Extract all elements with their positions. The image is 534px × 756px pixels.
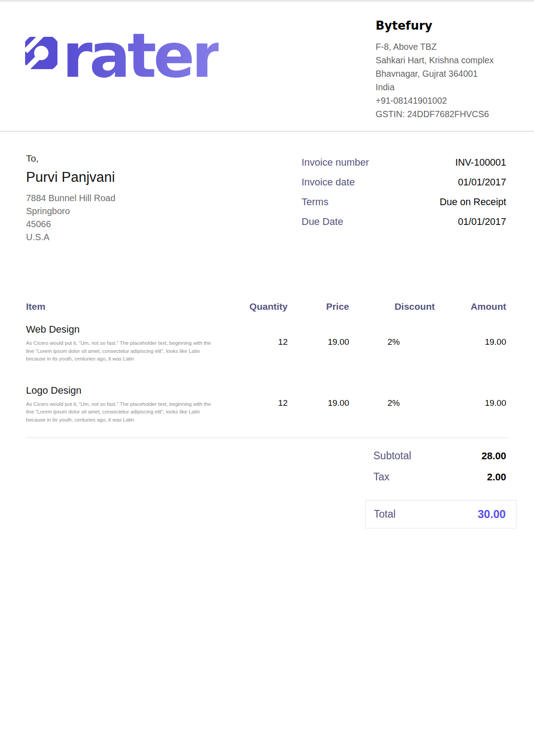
column-header-amount: Amount — [435, 301, 506, 324]
meta-row-invoice-number: Invoice number INV-100001 — [302, 157, 506, 168]
invoice-date-value: 01/01/2017 — [458, 177, 506, 188]
crater-logo-text: rater — [62, 25, 219, 86]
company-info: Bytefury F-8, Above TBZ Sahkari Hart, Kr… — [376, 19, 510, 121]
tax-label: Tax — [373, 471, 390, 483]
item-discount: 2% — [349, 385, 435, 433]
totals-section: Subtotal 28.00 Tax 2.00 Total 30.00 — [0, 450, 534, 528]
item-quantity: 12 — [219, 385, 288, 433]
terms-label: Terms — [302, 196, 328, 208]
item-discount: 2% — [349, 324, 435, 385]
customer-address-line: Springboro — [26, 205, 206, 218]
subtotal-label: Subtotal — [373, 450, 411, 462]
item-name: Logo Design — [26, 385, 219, 396]
invoice-date-label: Invoice date — [302, 176, 355, 188]
total-value: 30.00 — [477, 508, 506, 521]
due-date-value: 01/01/2017 — [458, 216, 506, 228]
meta-row-due-date: Due Date 01/01/2017 — [302, 216, 506, 228]
company-address-line: Bhavnagar, Gujrat 364001 — [376, 67, 510, 80]
company-phone: +91-08141901002 — [376, 94, 510, 107]
company-gstin: GSTIN: 24DDF7682FHVCS6 — [376, 107, 510, 121]
items-table: Item Quantity Price Discount Amount Web … — [26, 301, 508, 433]
tax-row: Tax 2.00 — [365, 471, 516, 483]
total-box: Total 30.00 — [365, 500, 516, 528]
crater-logo: rater — [22, 25, 219, 86]
item-amount: 19.00 — [435, 385, 506, 433]
billing-section: To, Purvi Panjvani 7884 Bunnel Hill Road… — [0, 132, 534, 244]
invoice-number-label: Invoice number — [302, 157, 369, 168]
subtotal-row: Subtotal 28.00 — [365, 450, 516, 462]
company-address-line: F-8, Above TBZ — [376, 40, 510, 53]
table-bottom-divider — [26, 437, 508, 438]
invoice-number-value: INV-100001 — [455, 157, 506, 168]
customer-address-line: U.S.A — [26, 231, 206, 244]
company-name: Bytefury — [376, 19, 510, 32]
due-date-label: Due Date — [302, 216, 343, 228]
items-section: Item Quantity Price Discount Amount Web … — [26, 301, 508, 438]
to-label: To, — [26, 153, 206, 164]
column-header-item: Item — [26, 301, 219, 324]
item-price: 19.00 — [288, 385, 349, 433]
company-address-line: India — [376, 80, 510, 94]
item-name: Web Design — [26, 324, 219, 335]
table-row-item: Logo Design As Cicero would put it, “Um,… — [26, 385, 219, 433]
company-address-line: Sahkari Hart, Krishna complex — [376, 53, 510, 67]
bill-to-block: To, Purvi Panjvani 7884 Bunnel Hill Road… — [26, 153, 206, 244]
customer-name: Purvi Panjvani — [26, 169, 206, 185]
table-row-item: Web Design As Cicero would put it, “Um, … — [26, 324, 219, 385]
subtotal-value: 28.00 — [481, 450, 506, 462]
meta-row-terms: Terms Due on Receipt — [302, 196, 506, 208]
item-amount: 19.00 — [435, 324, 506, 385]
column-header-price: Price — [288, 301, 349, 324]
customer-address-line: 7884 Bunnel Hill Road — [26, 192, 206, 205]
invoice-header: rater Bytefury F-8, Above TBZ Sahkari Ha… — [0, 2, 534, 132]
item-description: As Cicero would put it, “Um, not so fast… — [26, 339, 215, 363]
customer-address-line: 45066 — [26, 218, 206, 231]
crater-logo-c-icon — [22, 33, 61, 73]
item-quantity: 12 — [219, 324, 288, 385]
terms-value: Due on Receipt — [440, 197, 506, 208]
tax-value: 2.00 — [487, 471, 506, 483]
item-description: As Cicero would put it, “Um, not so fast… — [26, 400, 215, 424]
item-price: 19.00 — [288, 324, 349, 385]
invoice-page: rater Bytefury F-8, Above TBZ Sahkari Ha… — [0, 0, 534, 756]
meta-row-invoice-date: Invoice date 01/01/2017 — [302, 176, 506, 188]
column-header-discount: Discount — [349, 301, 435, 324]
invoice-meta: Invoice number INV-100001 Invoice date 0… — [302, 153, 506, 244]
total-label: Total — [374, 508, 396, 520]
column-header-quantity: Quantity — [219, 301, 288, 324]
